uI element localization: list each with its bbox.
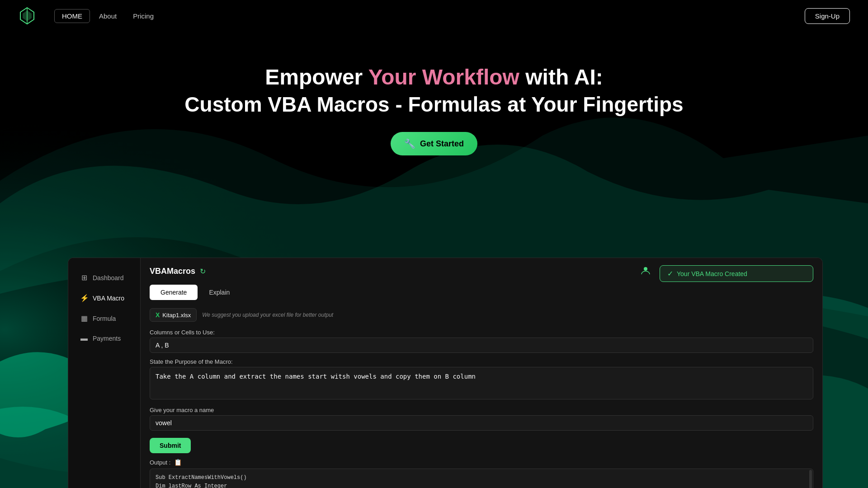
output-box: Sub ExtractNamesWithVowels() Dim lastRow… [150, 469, 813, 488]
columns-input[interactable] [150, 338, 813, 353]
header-right: ✓ Your VBA Macro Created [660, 265, 813, 282]
sidebar-item-formula[interactable]: ▦ Formula [72, 309, 137, 328]
hero-line2: Custom VBA Macros - Formulas at Your Fin… [0, 91, 868, 118]
sidebar-item-dashboard[interactable]: ⊞ Dashboard [72, 268, 137, 287]
nav-pricing[interactable]: Pricing [126, 9, 161, 23]
nav-home[interactable]: HOME [54, 9, 90, 23]
vba-icon: ⚡ [80, 294, 88, 302]
sidebar-label-dashboard: Dashboard [93, 274, 124, 282]
nav-links: HOME About Pricing [54, 9, 161, 23]
purpose-textarea[interactable]: Take the A column and extract the names … [150, 367, 813, 399]
purpose-field-group: State the Purpose of the Macro: Take the… [150, 358, 813, 401]
output-label: Output : [150, 459, 170, 466]
tab-explain[interactable]: Explain [198, 285, 241, 300]
hero-section: Empower Your Workflow with AI: Custom VB… [0, 32, 868, 174]
sidebar: ⊞ Dashboard ⚡ VBA Macro ▦ Formula ▬ Paym… [68, 258, 141, 488]
output-line-2: Dim lastRow As Integer [156, 482, 807, 488]
sidebar-label-formula: Formula [93, 315, 116, 322]
hero-highlight: Your Workflow [368, 65, 519, 89]
macro-name-input[interactable] [150, 415, 813, 431]
sidebar-item-payments[interactable]: ▬ Payments [72, 329, 137, 348]
payments-icon: ▬ [80, 334, 88, 343]
hero-line1: Empower Your Workflow with AI: [265, 65, 603, 89]
output-label-row: Output : 📋 [150, 459, 813, 466]
refresh-icon[interactable]: ↻ [200, 267, 206, 276]
purpose-label: State the Purpose of the Macro: [150, 358, 813, 365]
get-started-button[interactable]: 🔧 Get Started [391, 132, 477, 155]
upload-hint: We suggest you upload your excel file fo… [202, 312, 333, 318]
get-started-label: Get Started [420, 139, 464, 149]
signup-button[interactable]: Sign-Up [805, 8, 850, 24]
sidebar-label-payments: Payments [93, 335, 121, 342]
submit-button[interactable]: Submit [150, 438, 191, 453]
columns-label: Columns or Cells to Use: [150, 329, 813, 336]
tab-generate[interactable]: Generate [150, 285, 198, 300]
upload-row: X Kitap1.xlsx We suggest you upload your… [150, 308, 813, 322]
get-started-icon: 🔧 [404, 138, 415, 149]
hero-suffix: with AI: [519, 65, 603, 89]
success-check-icon: ✓ [667, 269, 673, 278]
app-panel: ⊞ Dashboard ⚡ VBA Macro ▦ Formula ▬ Paym… [68, 258, 823, 488]
macro-name-label: Give your macro a name [150, 407, 813, 413]
content-header-row: VBAMacros ↻ Generate Explain [150, 265, 813, 308]
excel-icon: X [156, 311, 160, 319]
hero-title: Empower Your Workflow with AI: Custom VB… [0, 63, 868, 118]
content-header: VBAMacros ↻ [150, 265, 651, 277]
output-line-1: Sub ExtractNamesWithVowels() [156, 474, 807, 482]
header-left: VBAMacros ↻ Generate Explain [150, 265, 651, 308]
main-content: VBAMacros ↻ Generate Explain [141, 258, 822, 488]
sidebar-label-vba: VBA Macro [93, 295, 124, 302]
logo-area [18, 7, 36, 25]
success-banner: ✓ Your VBA Macro Created [660, 265, 813, 282]
navbar: HOME About Pricing Sign-Up [0, 0, 868, 32]
tabs: Generate Explain [150, 285, 651, 300]
upload-file-button[interactable]: X Kitap1.xlsx [150, 308, 197, 322]
page-title: VBAMacros [150, 267, 195, 276]
macro-name-field-group: Give your macro a name [150, 407, 813, 431]
file-name: Kitap1.xlsx [162, 312, 191, 319]
nav-about[interactable]: About [92, 9, 124, 23]
formula-icon: ▦ [80, 314, 88, 323]
copy-icon[interactable]: 📋 [174, 459, 182, 466]
success-message: Your VBA Macro Created [677, 270, 747, 277]
title-area: VBAMacros ↻ [150, 267, 206, 276]
output-scrollbar[interactable] [809, 470, 812, 488]
svg-point-7 [644, 267, 647, 271]
hero-prefix: Empower [265, 65, 368, 89]
dashboard-icon: ⊞ [80, 273, 88, 282]
user-icon[interactable] [641, 265, 651, 277]
form-area: X Kitap1.xlsx We suggest you upload your… [150, 308, 813, 488]
logo-icon [18, 7, 36, 25]
output-group: Output : 📋 Sub ExtractNamesWithVowels() … [150, 459, 813, 488]
columns-field-group: Columns or Cells to Use: [150, 329, 813, 353]
sidebar-item-vba-macro[interactable]: ⚡ VBA Macro [72, 288, 137, 308]
